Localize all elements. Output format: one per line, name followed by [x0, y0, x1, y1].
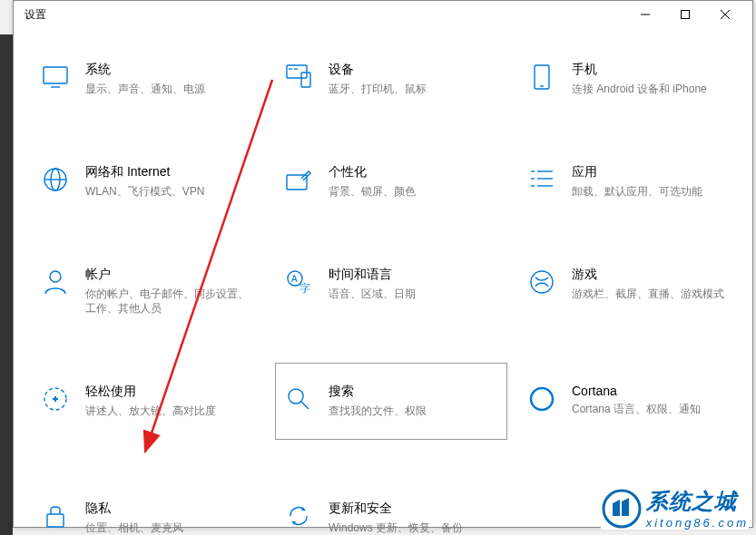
minimize-button[interactable] [625, 2, 665, 27]
tile-accounts[interactable]: 帐户 你的帐户、电子邮件、同步设置、工作、其他人员 [32, 260, 264, 324]
tile-title: 搜索 [329, 384, 427, 400]
tile-desc: 游戏栏、截屏、直播、游戏模式 [572, 287, 724, 302]
svg-rect-1 [682, 11, 690, 19]
svg-rect-15 [287, 175, 307, 190]
svg-point-26 [531, 271, 553, 293]
person-icon [40, 267, 71, 297]
tile-title: 个性化 [329, 164, 416, 180]
tile-cortana[interactable]: Cortana Cortana 语言、权限、通知 [518, 377, 751, 440]
tile-desc: Windows 更新、恢复、备份 [329, 520, 463, 535]
tile-phone[interactable]: 手机 连接 Android 设备和 iPhone [518, 55, 751, 103]
svg-text:字: 字 [299, 282, 310, 295]
lock-icon [40, 501, 71, 531]
tile-network[interactable]: 网络和 Internet WLAN、飞行模式、VPN [32, 158, 264, 206]
tile-title: 游戏 [572, 267, 724, 283]
tile-title: 时间和语言 [329, 267, 416, 283]
svg-rect-31 [47, 514, 64, 527]
svg-rect-6 [287, 65, 307, 78]
tile-desc: 语音、区域、日期 [329, 287, 416, 302]
tile-desc: 连接 Android 设备和 iPhone [572, 82, 707, 97]
tile-title: 手机 [572, 62, 707, 78]
devices-icon [283, 62, 314, 92]
xbox-icon [526, 267, 557, 297]
tile-title: 系统 [85, 62, 205, 78]
tile-privacy[interactable]: 隐私 位置、相机、麦克风 [32, 494, 264, 535]
tile-title: 设备 [329, 62, 427, 78]
tile-title: 更新和安全 [329, 501, 463, 517]
tile-desc: WLAN、飞行模式、VPN [85, 184, 204, 199]
close-button[interactable] [705, 2, 745, 27]
svg-point-30 [531, 388, 553, 410]
tile-personalization[interactable]: 个性化 背景、锁屏、颜色 [275, 158, 507, 206]
sync-icon [283, 501, 314, 531]
category-grid: 系统 显示、声音、通知、电源 设备 蓝牙、打印机、鼠标 [32, 55, 743, 535]
globe-icon [40, 164, 71, 195]
tile-devices[interactable]: 设备 蓝牙、打印机、鼠标 [275, 55, 507, 103]
svg-rect-10 [535, 65, 549, 89]
tile-desc: 显示、声音、通知、电源 [85, 82, 205, 97]
svg-point-22 [50, 271, 61, 282]
tile-desc: Cortana 语言、权限、通知 [572, 402, 701, 417]
svg-line-29 [301, 402, 309, 409]
watermark: 系统之城 xitong86.com [601, 487, 749, 530]
tile-desc: 你的帐户、电子邮件、同步设置、工作、其他人员 [85, 287, 249, 317]
maximize-button[interactable] [665, 2, 705, 27]
cortana-icon [526, 384, 557, 414]
tile-title: Cortana [572, 384, 701, 398]
tile-ease-of-access[interactable]: 轻松使用 讲述人、放大镜、高对比度 [32, 377, 264, 440]
search-icon [283, 384, 314, 414]
svg-point-28 [289, 389, 303, 404]
tile-desc: 背景、锁屏、颜色 [329, 184, 416, 199]
tile-desc: 蓝牙、打印机、鼠标 [329, 82, 427, 97]
tile-update-security[interactable]: 更新和安全 Windows 更新、恢复、备份 [275, 494, 507, 535]
svg-rect-4 [44, 67, 67, 83]
tile-title: 隐私 [85, 501, 183, 517]
background-strip [0, 34, 13, 535]
accessibility-icon [40, 384, 71, 414]
tile-desc: 讲述人、放大镜、高对比度 [85, 404, 216, 419]
watermark-line2: xitong86.com [646, 516, 749, 530]
content-area: 系统 显示、声音、通知、电源 设备 蓝牙、打印机、鼠标 [14, 28, 752, 535]
tile-apps[interactable]: 应用 卸载、默认应用、可选功能 [518, 158, 751, 206]
tile-gaming[interactable]: 游戏 游戏栏、截屏、直播、游戏模式 [518, 260, 751, 324]
tile-desc: 查找我的文件、权限 [329, 404, 427, 419]
tile-desc: 位置、相机、麦克风 [85, 520, 183, 535]
watermark-logo-icon [601, 488, 643, 530]
paint-icon [283, 164, 314, 195]
titlebar: 设置 [14, 1, 752, 28]
window-title: 设置 [21, 7, 46, 23]
svg-text:A: A [291, 274, 298, 284]
tile-time-language[interactable]: A字 时间和语言 语音、区域、日期 [275, 260, 507, 324]
tile-title: 轻松使用 [85, 384, 216, 400]
phone-icon [526, 62, 557, 92]
watermark-line1: 系统之城 [646, 487, 749, 516]
tile-title: 网络和 Internet [85, 164, 204, 180]
settings-window: 设置 系统 显示、声音、通知、电源 [13, 0, 753, 528]
svg-rect-7 [301, 73, 310, 87]
tile-search[interactable]: 搜索 查找我的文件、权限 [275, 363, 507, 440]
tile-title: 应用 [572, 164, 702, 180]
display-icon [40, 62, 71, 92]
tile-title: 帐户 [85, 267, 249, 283]
language-icon: A字 [283, 267, 314, 297]
tile-system[interactable]: 系统 显示、声音、通知、电源 [32, 55, 264, 103]
apps-icon [526, 164, 557, 195]
tile-desc: 卸载、默认应用、可选功能 [572, 184, 702, 199]
